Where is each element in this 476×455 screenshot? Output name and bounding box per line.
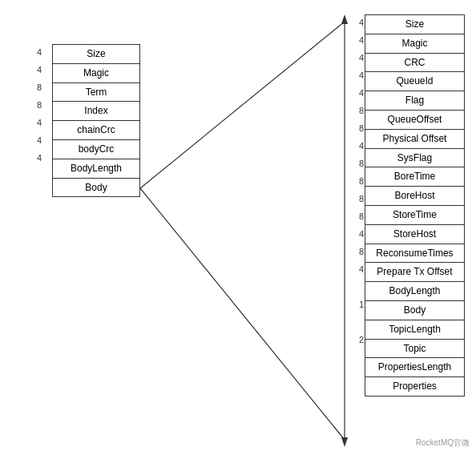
left-prefix-bodylength: 4 [37, 153, 42, 163]
right-row-body: Body [365, 301, 464, 320]
left-prefix-bodycrc: 4 [37, 135, 42, 145]
right-prefix-size: 4 [359, 18, 364, 27]
left-row-bodycrc: bodyCrc [53, 140, 139, 159]
right-prefix-magic: 4 [359, 35, 364, 45]
right-prefix-borehost: 8 [359, 176, 364, 186]
svg-marker-3 [341, 14, 348, 24]
left-row-magic: Magic [53, 64, 139, 83]
left-prefix-term: 8 [37, 83, 42, 92]
right-row-physicaloffset: Physical Offset [365, 130, 464, 149]
right-row-sysflag: SysFlag [365, 149, 464, 168]
right-row-flag: Flag [365, 91, 464, 111]
right-prefix-storehost: 8 [359, 211, 364, 221]
right-prefix-reconsumetimes: 4 [359, 229, 364, 239]
right-row-reconsumetimes: ReconsumeTimes [365, 244, 464, 264]
left-row-index: Index [53, 102, 139, 121]
right-box: Size Magic CRC QueueId Flag QueueOffset … [365, 14, 465, 397]
right-prefix-flag: 4 [359, 88, 364, 98]
right-row-magic: Magic [365, 34, 464, 54]
left-row-body: Body [53, 179, 139, 197]
right-row-topic: Topic [365, 340, 464, 359]
right-row-storetime: StoreTime [365, 206, 464, 225]
left-box: Size Magic Term Index chainCrc bodyCrc B… [52, 44, 140, 197]
right-row-queueid: QueueId [365, 72, 464, 91]
right-prefix-propertieslength: 2 [359, 335, 364, 344]
watermark: RocketMQ官微 [416, 437, 470, 449]
svg-line-0 [140, 22, 345, 188]
right-row-preparetxoffset: Prepare Tx Offset [365, 263, 464, 282]
svg-marker-4 [341, 437, 348, 447]
right-prefix-queueoffset: 8 [359, 106, 364, 115]
right-row-boretime: BoreTime [365, 167, 464, 187]
right-row-queueoffset: QueueOffset [365, 111, 464, 130]
left-row-bodylength: BodyLength [53, 159, 139, 179]
right-row-bodylength: BodyLength [365, 282, 464, 301]
left-row-term: Term [53, 83, 139, 103]
right-prefix-crc: 4 [359, 53, 364, 62]
left-prefix-magic: 4 [37, 65, 42, 74]
right-row-topiclength: TopicLength [365, 320, 464, 340]
left-prefix-chaincrc: 4 [37, 118, 42, 127]
left-row-size: Size [53, 45, 139, 64]
right-row-borehost: BoreHost [365, 187, 464, 206]
left-prefix-size: 4 [37, 47, 42, 57]
right-prefix-queueid: 4 [359, 70, 364, 80]
left-row-chaincrc: chainCrc [53, 121, 139, 140]
right-prefix-physicaloffset: 8 [359, 123, 364, 133]
right-row-propertieslength: PropertiesLength [365, 358, 464, 377]
left-prefix-index: 8 [37, 100, 42, 110]
right-row-crc: CRC [365, 54, 464, 73]
right-row-size: Size [365, 15, 464, 34]
right-prefix-preparetxoffset: 8 [359, 247, 364, 256]
right-row-properties: Properties [365, 377, 464, 396]
right-prefix-storetime: 8 [359, 194, 364, 203]
right-prefix-bodylength: 4 [359, 264, 364, 274]
right-prefix-sysflag: 4 [359, 141, 364, 151]
right-prefix-boretime: 8 [359, 159, 364, 168]
svg-line-1 [140, 188, 345, 440]
right-prefix-topiclength: 1 [359, 300, 364, 309]
right-row-storehost: StoreHost [365, 225, 464, 244]
diagram-container: Size Magic Term Index chainCrc bodyCrc B… [0, 0, 476, 455]
